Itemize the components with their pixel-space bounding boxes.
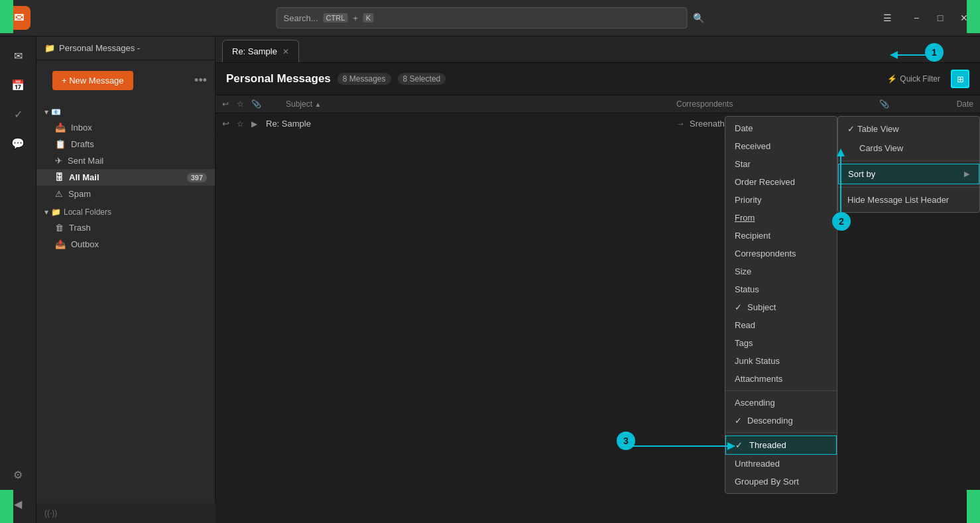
tab-close-button[interactable]: ✕ xyxy=(282,47,289,56)
search-input[interactable]: Search... CTRL + K xyxy=(276,7,688,29)
maximize-button[interactable]: □ xyxy=(931,9,949,27)
sort-size[interactable]: Size xyxy=(725,262,837,280)
search-icon: 🔍 xyxy=(693,13,704,23)
drafts-label: Drafts xyxy=(71,139,94,149)
annotation-2-arrow xyxy=(831,146,851,219)
personal-icon: 📧 xyxy=(51,107,61,117)
local-folders-section: ▾ 📁 Local Folders 🗑 Trash 📤 Outbox xyxy=(36,205,215,253)
trash-icon: 🗑 xyxy=(55,223,64,233)
folder-item-outbox[interactable]: 📤 Outbox xyxy=(36,236,215,253)
sidebar-icons: ✉ 📅 ✓ 💬 ⚙ ◀ xyxy=(0,36,36,523)
view-sort-by[interactable]: Sort by ▶ xyxy=(838,164,979,184)
tab-re-sample[interactable]: Re: Sample ✕ xyxy=(222,40,299,62)
sort-correspondents[interactable]: Correspondents xyxy=(725,245,837,262)
sort-status[interactable]: Status xyxy=(725,280,837,298)
sort-junk-status[interactable]: Junk Status xyxy=(725,352,837,370)
drafts-icon: 📋 xyxy=(55,139,66,149)
sort-subject[interactable]: Subject xyxy=(725,298,837,316)
sidebar-item-tasks[interactable]: ✓ xyxy=(5,101,31,127)
sort-tags[interactable]: Tags xyxy=(725,334,837,352)
sort-star[interactable]: Star xyxy=(725,155,837,173)
sort-grouped-label: Grouped By Sort xyxy=(735,477,799,487)
sort-from[interactable]: From xyxy=(725,209,837,227)
col-thread-header: ↩ xyxy=(222,99,233,109)
message-list-title: Personal Messages xyxy=(226,72,331,86)
outbox-label: Outbox xyxy=(71,239,99,249)
sort-order-received[interactable]: Order Received xyxy=(725,173,837,191)
sort-ascending-label: Ascending xyxy=(735,398,775,408)
sort-threaded-label: Threaded xyxy=(749,440,786,450)
sort-priority[interactable]: Priority xyxy=(725,191,837,209)
tab-bar: Re: Sample ✕ xyxy=(215,36,980,63)
sort-threaded[interactable]: ✓ Threaded xyxy=(725,436,837,455)
view-dropdown: ✓ Table View Cards View Sort by ▶ Hide M… xyxy=(837,116,980,213)
sort-descending[interactable]: Descending xyxy=(725,412,837,430)
outbox-icon: 📤 xyxy=(55,239,66,249)
col-subject-header[interactable]: Subject ▲ xyxy=(266,99,658,109)
personal-folder-section: ▾ 📧 📥 Inbox 📋 Drafts ✈ Sent Mail 🗄 xyxy=(36,105,215,202)
expand-icon[interactable]: ▶ xyxy=(251,119,262,129)
sidebar-item-settings[interactable]: ⚙ xyxy=(5,462,31,487)
sort-unthreaded[interactable]: Unthreaded xyxy=(725,455,837,473)
sort-read[interactable]: Read xyxy=(725,316,837,334)
view-divider-2 xyxy=(838,187,979,188)
folder-panel-title: Personal Messages - xyxy=(59,43,140,53)
sidebar-item-mail[interactable]: ✉ xyxy=(5,43,31,68)
sort-priority-label: Priority xyxy=(735,195,761,205)
folder-panel-header: 📁 Personal Messages - xyxy=(36,36,215,60)
new-message-button[interactable]: + New Message xyxy=(52,71,133,90)
allmail-label: All Mail xyxy=(69,172,99,182)
folder-item-spam[interactable]: ⚠ Spam xyxy=(36,186,215,202)
folder-item-drafts[interactable]: 📋 Drafts xyxy=(36,136,215,152)
folder-item-trash[interactable]: 🗑 Trash xyxy=(36,219,215,236)
sort-size-label: Size xyxy=(735,266,751,276)
sort-recipient[interactable]: Recipient xyxy=(725,227,837,245)
annotation-1: 1 xyxy=(925,43,944,62)
minimize-button[interactable]: − xyxy=(907,9,926,27)
plus-label: + xyxy=(353,13,358,23)
messages-count-badge: 8 Messages xyxy=(337,73,391,85)
sidebar-item-chat[interactable]: 💬 xyxy=(5,131,31,156)
spam-label: Spam xyxy=(68,189,91,199)
sidebar-item-calendar[interactable]: 📅 xyxy=(5,72,31,97)
k-key: K xyxy=(363,13,373,23)
sort-grouped-by-sort[interactable]: Grouped By Sort xyxy=(725,473,837,491)
sort-attachments[interactable]: Attachments xyxy=(725,370,837,388)
sort-submenu: Date Received Star Order Received Priori… xyxy=(725,116,837,494)
message-subject: Re: Sample xyxy=(266,119,656,129)
folder-more-button[interactable]: ••• xyxy=(194,74,207,87)
sort-star-label: Star xyxy=(735,159,751,169)
folder-item-sent[interactable]: ✈ Sent Mail xyxy=(36,152,215,169)
search-bar: Search... CTRL + K 🔍 xyxy=(276,7,704,29)
sort-date[interactable]: Date xyxy=(725,119,837,137)
folder-item-inbox[interactable]: 📥 Inbox xyxy=(36,119,215,136)
star-icon[interactable]: ☆ xyxy=(237,119,247,129)
col-attachment-header: 📎 xyxy=(251,99,262,109)
view-table[interactable]: ✓ Table View xyxy=(838,119,979,139)
view-divider-1 xyxy=(838,160,979,161)
title-bar: ✉ Search... CTRL + K 🔍 ☰ − □ ✕ xyxy=(0,0,980,36)
hamburger-button[interactable]: ☰ xyxy=(878,9,896,27)
status-bar: ((·)) xyxy=(36,503,215,523)
sort-descending-label: Descending xyxy=(747,416,793,426)
sort-ascending[interactable]: Ascending xyxy=(725,394,837,412)
sent-icon: ✈ xyxy=(55,156,62,166)
view-cards[interactable]: Cards View xyxy=(838,139,979,158)
selected-count-badge: 8 Selected xyxy=(398,73,446,85)
hide-header-label: Hide Message List Header xyxy=(847,195,949,205)
personal-section-header[interactable]: ▾ 📧 xyxy=(36,105,215,119)
folder-panel: 📁 Personal Messages - + New Message ••• … xyxy=(36,36,215,523)
local-folders-header[interactable]: ▾ 📁 Local Folders xyxy=(36,205,215,219)
folder-item-allmail[interactable]: 🗄 All Mail 397 xyxy=(36,169,215,186)
sort-read-label: Read xyxy=(735,320,755,330)
window-controls: ☰ − □ ✕ xyxy=(878,9,973,27)
view-hide-header[interactable]: Hide Message List Header xyxy=(838,190,979,209)
sort-received[interactable]: Received xyxy=(725,137,837,155)
sort-recipient-label: Recipient xyxy=(735,231,770,241)
sort-date-label: Date xyxy=(735,123,753,133)
sort-by-chevron: ▶ xyxy=(964,170,969,178)
sort-subject-label: Subject xyxy=(747,302,776,312)
sort-status-label: Status xyxy=(735,284,759,294)
sent-label: Sent Mail xyxy=(68,156,103,166)
sort-tags-label: Tags xyxy=(735,338,753,348)
